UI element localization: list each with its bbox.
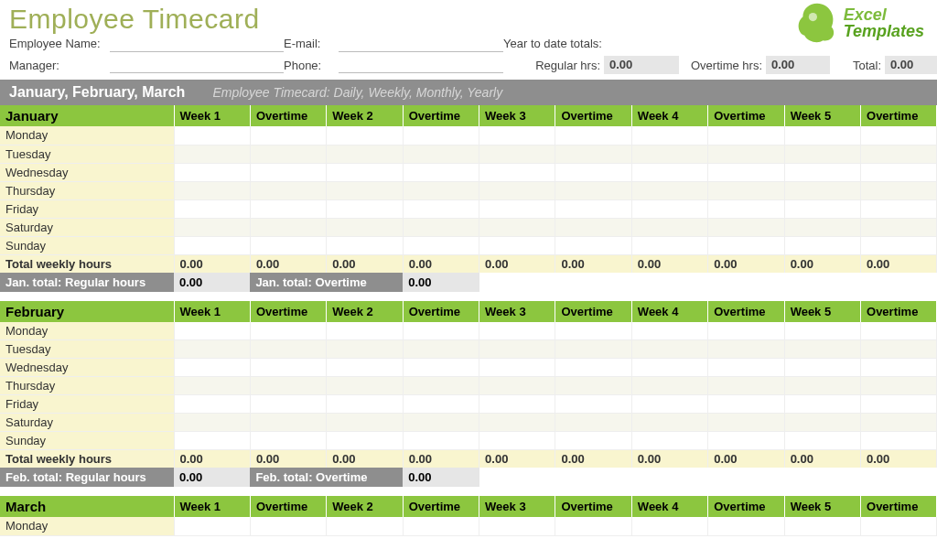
hours-cell[interactable] [708, 236, 784, 254]
hours-cell[interactable] [250, 395, 326, 414]
hours-cell[interactable] [861, 414, 937, 432]
hours-cell[interactable] [250, 181, 326, 199]
hours-cell[interactable] [327, 145, 403, 163]
hours-cell[interactable] [174, 322, 250, 340]
hours-cell[interactable] [555, 340, 631, 359]
hours-cell[interactable] [250, 126, 326, 145]
hours-cell[interactable] [174, 414, 250, 432]
hours-cell[interactable] [555, 322, 631, 340]
hours-cell[interactable] [327, 163, 403, 181]
hours-cell[interactable] [784, 322, 860, 340]
hours-cell[interactable] [403, 126, 479, 145]
hours-cell[interactable] [861, 340, 937, 359]
hours-cell[interactable] [784, 359, 860, 377]
hours-cell[interactable] [784, 126, 860, 145]
hours-cell[interactable] [708, 377, 784, 395]
hours-cell[interactable] [479, 359, 555, 377]
hours-cell[interactable] [784, 145, 860, 163]
hours-cell[interactable] [403, 145, 479, 163]
hours-cell[interactable] [403, 340, 479, 359]
hours-cell[interactable] [555, 163, 631, 181]
hours-cell[interactable] [784, 414, 860, 432]
hours-cell[interactable] [555, 517, 631, 535]
hours-cell[interactable] [631, 432, 707, 450]
hours-cell[interactable] [174, 236, 250, 254]
hours-cell[interactable] [784, 236, 860, 254]
hours-cell[interactable] [631, 340, 707, 359]
hours-cell[interactable] [555, 377, 631, 395]
hours-cell[interactable] [861, 218, 937, 236]
hours-cell[interactable] [708, 199, 784, 218]
hours-cell[interactable] [327, 359, 403, 377]
hours-cell[interactable] [555, 218, 631, 236]
hours-cell[interactable] [784, 395, 860, 414]
hours-cell[interactable] [403, 517, 479, 535]
hours-cell[interactable] [631, 395, 707, 414]
hours-cell[interactable] [174, 163, 250, 181]
hours-cell[interactable] [174, 181, 250, 199]
hours-cell[interactable] [403, 414, 479, 432]
hours-cell[interactable] [479, 218, 555, 236]
hours-cell[interactable] [861, 377, 937, 395]
hours-cell[interactable] [861, 359, 937, 377]
hours-cell[interactable] [631, 517, 707, 535]
hours-cell[interactable] [403, 218, 479, 236]
hours-cell[interactable] [861, 236, 937, 254]
hours-cell[interactable] [174, 340, 250, 359]
hours-cell[interactable] [250, 218, 326, 236]
hours-cell[interactable] [631, 236, 707, 254]
hours-cell[interactable] [708, 126, 784, 145]
hours-cell[interactable] [327, 199, 403, 218]
phone-field[interactable] [339, 57, 503, 73]
hours-cell[interactable] [174, 377, 250, 395]
hours-cell[interactable] [327, 181, 403, 199]
hours-cell[interactable] [631, 359, 707, 377]
employee-name-field[interactable] [110, 36, 284, 52]
hours-cell[interactable] [174, 218, 250, 236]
hours-cell[interactable] [479, 236, 555, 254]
hours-cell[interactable] [403, 199, 479, 218]
hours-cell[interactable] [250, 236, 326, 254]
hours-cell[interactable] [327, 322, 403, 340]
hours-cell[interactable] [403, 322, 479, 340]
hours-cell[interactable] [250, 359, 326, 377]
hours-cell[interactable] [631, 377, 707, 395]
hours-cell[interactable] [327, 414, 403, 432]
hours-cell[interactable] [174, 145, 250, 163]
hours-cell[interactable] [174, 359, 250, 377]
hours-cell[interactable] [555, 126, 631, 145]
hours-cell[interactable] [250, 432, 326, 450]
hours-cell[interactable] [403, 359, 479, 377]
hours-cell[interactable] [861, 322, 937, 340]
hours-cell[interactable] [479, 517, 555, 535]
hours-cell[interactable] [784, 181, 860, 199]
hours-cell[interactable] [479, 322, 555, 340]
hours-cell[interactable] [250, 145, 326, 163]
hours-cell[interactable] [784, 218, 860, 236]
hours-cell[interactable] [708, 414, 784, 432]
hours-cell[interactable] [708, 432, 784, 450]
hours-cell[interactable] [631, 414, 707, 432]
hours-cell[interactable] [784, 163, 860, 181]
hours-cell[interactable] [479, 163, 555, 181]
hours-cell[interactable] [631, 163, 707, 181]
hours-cell[interactable] [708, 517, 784, 535]
hours-cell[interactable] [174, 517, 250, 535]
hours-cell[interactable] [479, 181, 555, 199]
hours-cell[interactable] [555, 181, 631, 199]
hours-cell[interactable] [555, 199, 631, 218]
hours-cell[interactable] [403, 181, 479, 199]
hours-cell[interactable] [327, 395, 403, 414]
hours-cell[interactable] [327, 126, 403, 145]
hours-cell[interactable] [250, 377, 326, 395]
hours-cell[interactable] [403, 236, 479, 254]
hours-cell[interactable] [479, 432, 555, 450]
hours-cell[interactable] [555, 145, 631, 163]
hours-cell[interactable] [174, 126, 250, 145]
hours-cell[interactable] [174, 199, 250, 218]
hours-cell[interactable] [631, 181, 707, 199]
hours-cell[interactable] [708, 218, 784, 236]
email-field[interactable] [339, 36, 503, 52]
hours-cell[interactable] [631, 145, 707, 163]
hours-cell[interactable] [250, 322, 326, 340]
